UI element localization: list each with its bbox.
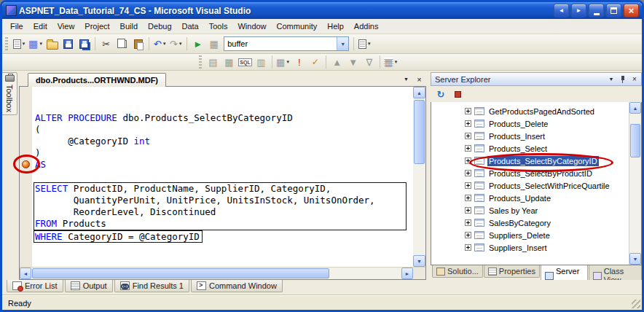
undo-button[interactable]: ↶▼ bbox=[152, 36, 168, 52]
editor-horizontal-scrollbar[interactable]: ◄ ► bbox=[20, 268, 413, 279]
find-combobox[interactable]: buffer ▼ bbox=[224, 36, 349, 51]
scroll-down-button[interactable]: ▼ bbox=[413, 255, 425, 267]
scrollbar-track[interactable] bbox=[629, 114, 641, 253]
show-grid-pane-button[interactable]: ▦ bbox=[221, 54, 237, 70]
expand-plus-icon[interactable] bbox=[465, 182, 471, 189]
menu-item-build[interactable]: Build bbox=[115, 20, 143, 33]
combobox-dropdown-button[interactable]: ▼ bbox=[337, 37, 348, 50]
new-item-button[interactable]: ▼ bbox=[12, 36, 27, 52]
tree-item-products-select[interactable]: Products_Select bbox=[431, 142, 629, 155]
dock-tab-output[interactable]: Output bbox=[65, 280, 113, 292]
start-debug-button[interactable]: ► bbox=[190, 36, 205, 52]
expand-plus-icon[interactable] bbox=[465, 232, 471, 238]
tree-scrollbar[interactable]: ▲ ▼ bbox=[629, 102, 641, 265]
menu-item-addins[interactable]: Addins bbox=[349, 20, 384, 33]
expand-plus-icon[interactable] bbox=[465, 133, 471, 139]
tree-item-suppliers-delete[interactable]: Suppliers_Delete bbox=[431, 229, 629, 241]
server-explorer-tree[interactable]: GetProductsPagedAndSortedProducts_Delete… bbox=[431, 102, 629, 265]
copy-button[interactable] bbox=[114, 36, 130, 52]
save-button[interactable] bbox=[60, 36, 76, 52]
maximize-button[interactable] bbox=[606, 4, 621, 17]
tree-item-products-selectbycategoryid[interactable]: Products_SelectByCategoryID bbox=[431, 155, 629, 167]
tree-item-suppliers-insert[interactable]: Suppliers_Insert bbox=[431, 241, 629, 254]
tree-item-products-selectwithpricequartile[interactable]: Products_SelectWithPriceQuartile bbox=[431, 179, 629, 192]
minimize-button[interactable] bbox=[589, 4, 604, 17]
server-explorer-titlebar[interactable]: Server Explorer ▼ × bbox=[431, 72, 642, 86]
find-button[interactable]: ▦ bbox=[206, 36, 221, 52]
paste-button[interactable] bbox=[130, 36, 146, 52]
window-position-button[interactable]: ▼ bbox=[606, 74, 616, 85]
menu-item-edit[interactable]: Edit bbox=[28, 20, 52, 33]
auto-hide-pin-button[interactable] bbox=[618, 74, 628, 85]
menu-item-debug[interactable]: Debug bbox=[143, 20, 176, 33]
menu-item-file[interactable]: File bbox=[5, 20, 28, 33]
change-type-button[interactable]: ▦▼ bbox=[275, 54, 291, 70]
save-all-button[interactable] bbox=[76, 36, 92, 52]
menu-item-tools[interactable]: Tools bbox=[204, 20, 233, 33]
expand-plus-icon[interactable] bbox=[465, 207, 471, 214]
tree-item-salesbycategory[interactable]: SalesByCategory bbox=[431, 217, 629, 229]
tree-item-products-insert[interactable]: Products_Insert bbox=[431, 130, 629, 142]
open-file-button[interactable] bbox=[44, 36, 60, 52]
scrollbar-thumb[interactable] bbox=[32, 268, 329, 278]
menu-item-project[interactable]: Project bbox=[79, 20, 114, 33]
scrollbar-thumb[interactable] bbox=[630, 124, 640, 157]
dock-tab-command-window[interactable]: Command Window bbox=[191, 280, 283, 292]
show-diagram-pane-button[interactable]: ▤ bbox=[205, 54, 221, 70]
cut-button[interactable]: ✂ bbox=[98, 36, 114, 52]
menu-item-help[interactable]: Help bbox=[322, 20, 349, 33]
menu-item-view[interactable]: View bbox=[52, 20, 80, 33]
scroll-up-button[interactable]: ▲ bbox=[629, 102, 641, 114]
stop-refresh-button[interactable] bbox=[450, 87, 465, 101]
refresh-button[interactable]: ↻ bbox=[433, 87, 448, 101]
tree-item-getproductspagedandsorted[interactable]: GetProductsPagedAndSorted bbox=[431, 105, 629, 117]
tree-item-products-selectbyproductid[interactable]: Products_SelectByProductID bbox=[431, 167, 629, 179]
close-button[interactable]: × bbox=[624, 4, 639, 17]
close-document-button[interactable]: × bbox=[414, 74, 425, 85]
dock-tab-error-list[interactable]: Error List bbox=[7, 280, 63, 292]
properties-window-button[interactable]: ▦▼ bbox=[383, 54, 398, 70]
scrollbar-thumb[interactable] bbox=[414, 100, 425, 164]
expand-plus-icon[interactable] bbox=[465, 108, 471, 114]
breakpoint-dot[interactable] bbox=[22, 160, 30, 168]
sort-descending-button[interactable]: ▼ bbox=[345, 54, 361, 70]
close-panel-button[interactable]: × bbox=[629, 74, 640, 85]
nav-right-button[interactable]: ► bbox=[571, 4, 586, 17]
scrollbar-track[interactable] bbox=[31, 268, 401, 279]
show-sql-pane-button[interactable]: SQL bbox=[237, 54, 253, 70]
expand-plus-icon[interactable] bbox=[465, 195, 471, 201]
find-combobox-value[interactable]: buffer bbox=[224, 39, 337, 48]
editor-vertical-scrollbar[interactable]: ▲ ▼ bbox=[413, 87, 425, 267]
expand-plus-icon[interactable] bbox=[465, 145, 471, 152]
tree-item-sales-by-year[interactable]: Sales by Year bbox=[431, 204, 629, 217]
add-item-button[interactable]: ▦▼ bbox=[28, 36, 44, 52]
panel-tab-properties[interactable]: Properties bbox=[484, 265, 540, 278]
expand-plus-icon[interactable] bbox=[465, 120, 471, 127]
menu-item-community[interactable]: Community bbox=[272, 20, 323, 33]
dock-tab-find-results-1[interactable]: Find Results 1 bbox=[114, 280, 189, 292]
scroll-right-button[interactable]: ► bbox=[401, 268, 413, 279]
expand-plus-icon[interactable] bbox=[465, 170, 471, 176]
find-in-files-button[interactable]: ▼ bbox=[357, 36, 372, 52]
toolbar-grip[interactable] bbox=[5, 37, 8, 50]
tree-item-products-delete[interactable]: Products_Delete bbox=[431, 117, 629, 130]
menu-item-data[interactable]: Data bbox=[177, 20, 204, 33]
filter-button[interactable]: ∇ bbox=[361, 54, 377, 70]
scroll-left-button[interactable]: ◄ bbox=[20, 268, 31, 279]
menu-item-window[interactable]: Window bbox=[232, 20, 271, 33]
resize-grip[interactable] bbox=[632, 300, 640, 308]
expand-plus-icon[interactable] bbox=[465, 219, 471, 226]
toolbar-grip[interactable] bbox=[199, 55, 202, 69]
code-editor[interactable]: ALTER PROCEDURE dbo.Products_SelectByCat… bbox=[32, 87, 413, 267]
expand-plus-icon[interactable] bbox=[465, 244, 471, 251]
toolbox-tab[interactable]: Toolbox bbox=[2, 72, 17, 115]
scroll-up-button[interactable]: ▲ bbox=[413, 87, 425, 98]
redo-button[interactable]: ↷▼ bbox=[168, 36, 184, 52]
sort-ascending-button[interactable]: ▲ bbox=[329, 54, 345, 70]
nav-left-button[interactable]: ◄ bbox=[554, 4, 569, 17]
execute-sql-button[interactable]: ! bbox=[291, 54, 307, 70]
title-bar[interactable]: ASPNET_Data_Tutorial_74_CS - Microsoft V… bbox=[2, 2, 642, 19]
document-list-dropdown-button[interactable]: ▼ bbox=[401, 74, 412, 85]
scroll-down-button[interactable]: ▼ bbox=[629, 253, 641, 265]
document-tab[interactable]: dbo.Products...ORTHWND.MDF) bbox=[28, 73, 166, 87]
